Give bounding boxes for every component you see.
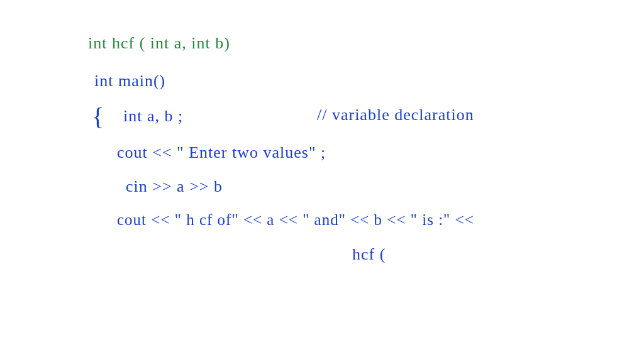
code-line-main-decl: int main() xyxy=(94,70,165,92)
code-brace-open: { xyxy=(92,101,104,133)
code-line-cout-prompt: cout << " Enter two values" ; xyxy=(117,142,326,163)
code-line-hcf-call: hcf ( xyxy=(352,244,386,265)
code-line-prototype: int hcf ( int a, int b) xyxy=(88,33,230,54)
code-line-cin: cin >> a >> b xyxy=(126,176,223,197)
code-line-cout-result: cout << " h cf of" << a << " and" << b <… xyxy=(117,210,474,231)
handwritten-code-canvas: int hcf ( int a, int b) int main() { int… xyxy=(0,0,644,362)
code-line-var-comment: // variable declaration xyxy=(317,104,474,126)
code-line-var-decl: int a, b ; xyxy=(123,106,183,127)
